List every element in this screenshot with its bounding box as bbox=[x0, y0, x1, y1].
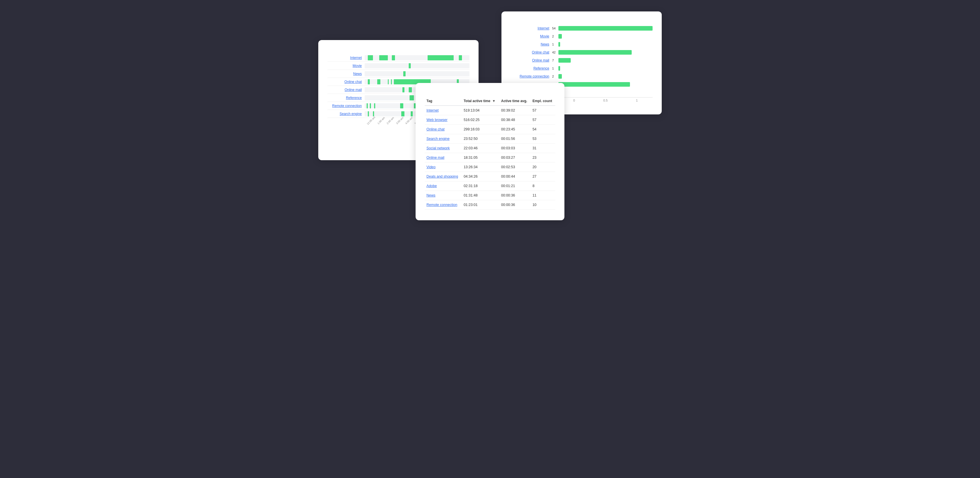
timeline-bar bbox=[409, 87, 412, 92]
timeline-row: Movie bbox=[328, 62, 469, 70]
bar-chart-row: Remote connection2 bbox=[511, 73, 652, 79]
tag-name-cell[interactable]: Remote connection bbox=[425, 200, 462, 210]
tag-table: TagTotal active time ▼Active time avg.Em… bbox=[425, 97, 555, 210]
tag-avg-cell: 00:03:03 bbox=[500, 144, 531, 153]
bar-chart-xaxis: 00.51 bbox=[558, 97, 652, 102]
timeline-bar bbox=[391, 79, 392, 84]
tag-count-cell: 11 bbox=[531, 191, 555, 200]
tag-total-cell: 23:52:50 bbox=[462, 134, 500, 144]
timeline-row-label[interactable]: Movie bbox=[328, 64, 364, 68]
tag-name-cell[interactable]: Online mail bbox=[425, 153, 462, 162]
bar-chart-row-wrap bbox=[558, 26, 652, 30]
tag-name-cell[interactable]: Internet bbox=[425, 106, 462, 115]
timeline-bar bbox=[370, 103, 371, 108]
tag-count-cell: 10 bbox=[531, 200, 555, 210]
timeline-row-label[interactable]: Search engine bbox=[328, 112, 364, 116]
table-row: Web browser516:02:2500:38:4857 bbox=[425, 115, 555, 125]
timeline-row-bars bbox=[364, 63, 469, 68]
timeline-bar bbox=[368, 79, 370, 84]
bar-chart-bar bbox=[558, 66, 560, 71]
tag-name-cell[interactable]: Online chat bbox=[425, 125, 462, 134]
table-row: Online mail18:31:0500:03:2723 bbox=[425, 153, 555, 162]
bar-chart-row-wrap bbox=[558, 66, 652, 71]
table-row: Deals and shopping04:34:2600:00:4427 bbox=[425, 172, 555, 181]
timeline-bar bbox=[367, 103, 368, 108]
tag-count-cell: 27 bbox=[531, 172, 555, 181]
table-row: Internet519:13:0400:39:0257 bbox=[425, 106, 555, 115]
bar-chart-row-label[interactable]: Internet bbox=[511, 26, 552, 30]
tag-name-cell[interactable]: Video bbox=[425, 162, 462, 172]
bar-chart-row: Reference1 bbox=[511, 65, 652, 71]
timeline-bar bbox=[392, 55, 395, 60]
tag-count-cell: 53 bbox=[531, 134, 555, 144]
bar-chart-bar bbox=[558, 82, 630, 87]
timeline-bar bbox=[374, 103, 375, 108]
timeline-row-label[interactable]: News bbox=[328, 72, 364, 76]
tag-count-cell: 23 bbox=[531, 153, 555, 162]
tag-count-cell: 31 bbox=[531, 144, 555, 153]
timeline-bar bbox=[410, 95, 414, 100]
table-header-tag: Tag bbox=[425, 97, 462, 106]
tag-total-cell: 01:23:01 bbox=[462, 200, 500, 210]
bar-chart-row-count: 7 bbox=[552, 59, 558, 62]
bar-chart-row-count: 54 bbox=[552, 27, 558, 30]
table-row: Remote connection01:23:0100:00:3610 bbox=[425, 200, 555, 210]
bar-chart-row: Online mail7 bbox=[511, 57, 652, 64]
tag-name-cell[interactable]: Search engine bbox=[425, 134, 462, 144]
timeline-row-label[interactable]: Online chat bbox=[328, 80, 364, 84]
tag-name-cell[interactable]: News bbox=[425, 191, 462, 200]
table-row: Search engine23:52:5000:01:5653 bbox=[425, 134, 555, 144]
bar-chart-row-wrap bbox=[558, 82, 652, 87]
timeline-bar bbox=[401, 111, 404, 116]
bar-chart-row-label[interactable]: Reference bbox=[511, 67, 552, 70]
tag-count-cell: 20 bbox=[531, 162, 555, 172]
tag-count-cell: 8 bbox=[531, 181, 555, 191]
timeline-bar bbox=[428, 55, 454, 60]
bar-chart-row-label[interactable]: Online chat bbox=[511, 50, 552, 54]
timeline-bar bbox=[388, 79, 389, 84]
bar-chart-row-label[interactable]: Movie bbox=[511, 34, 552, 38]
bar-chart-row-wrap bbox=[558, 90, 652, 95]
table-header-empl.-count: Empl. count bbox=[531, 97, 555, 106]
table-row: Adobe02:31:1800:01:218 bbox=[425, 181, 555, 191]
tag-name-cell[interactable]: Adobe bbox=[425, 181, 462, 191]
bar-chart-row-label[interactable]: Online mail bbox=[511, 58, 552, 62]
timeline-bar bbox=[377, 79, 380, 84]
tag-total-cell: 01:31:48 bbox=[462, 191, 500, 200]
table-row: News01:31:4800:00:3611 bbox=[425, 191, 555, 200]
tag-name-cell[interactable]: Social network bbox=[425, 144, 462, 153]
timeline-row-label[interactable]: Remote connection bbox=[328, 104, 364, 108]
scene: InternetMovieNewsOnline chatOnline mailR… bbox=[318, 11, 662, 212]
bar-chart-row-count: 2 bbox=[552, 75, 558, 78]
tag-avg-cell: 00:39:02 bbox=[500, 106, 531, 115]
table-header-active-time-avg.: Active time avg. bbox=[500, 97, 531, 106]
timeline-row: Internet bbox=[328, 54, 469, 62]
tag-total-cell: 02:31:18 bbox=[462, 181, 500, 191]
timeline-row-bars bbox=[364, 71, 469, 76]
bar-chart-row: Online chat42 bbox=[511, 49, 652, 56]
bar-chart-bar bbox=[558, 58, 571, 63]
timeline-bar bbox=[368, 55, 373, 60]
table-header-total-active-time[interactable]: Total active time ▼ bbox=[462, 97, 500, 106]
tag-total-time-card: TagTotal active time ▼Active time avg.Em… bbox=[415, 83, 565, 220]
tag-avg-cell: 00:00:36 bbox=[500, 191, 531, 200]
bar-chart-row-label[interactable]: News bbox=[511, 42, 552, 46]
tag-avg-cell: 00:02:53 bbox=[500, 162, 531, 172]
bar-chart-row-wrap bbox=[558, 34, 652, 39]
tag-name-cell[interactable]: Web browser bbox=[425, 115, 462, 125]
sort-icon: ▼ bbox=[492, 99, 495, 103]
tag-name-cell[interactable]: Deals and shopping bbox=[425, 172, 462, 181]
timeline-row-label[interactable]: Reference bbox=[328, 96, 364, 100]
timeline-row-label[interactable]: Online mail bbox=[328, 88, 364, 92]
timeline-bar bbox=[411, 111, 413, 116]
bar-chart-xaxis-label: 0.5 bbox=[590, 99, 621, 102]
timeline-bar bbox=[459, 55, 462, 60]
tag-avg-cell: 00:03:27 bbox=[500, 153, 531, 162]
tag-total-cell: 299:16:03 bbox=[462, 125, 500, 134]
timeline-row-label[interactable]: Internet bbox=[328, 56, 364, 60]
bar-chart-row-label[interactable]: Remote connection bbox=[511, 75, 552, 78]
bar-chart-row: Movie2 bbox=[511, 33, 652, 40]
bar-chart-bar bbox=[558, 50, 632, 55]
bar-chart-row-wrap bbox=[558, 74, 652, 79]
tag-total-cell: 519:13:04 bbox=[462, 106, 500, 115]
